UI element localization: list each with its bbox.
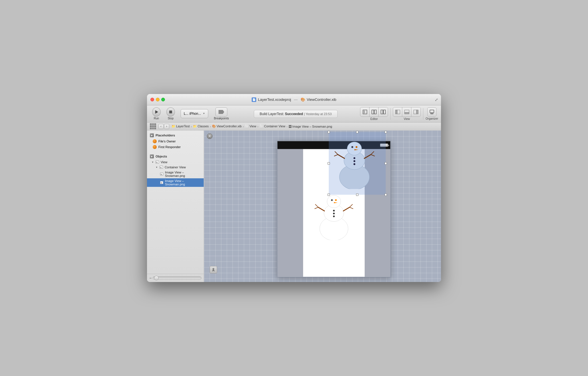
breakpoints-label: Breakpoints [214,117,229,120]
svg-point-34 [351,146,353,148]
maximize-button[interactable] [161,98,165,101]
titlebar: 📄 LayerTest.xcodeproj — 🎨 ViewController… [147,94,441,105]
editor-label: Editor [370,117,378,120]
svg-rect-7 [395,110,397,114]
show-navigator-btn[interactable] [393,107,402,117]
zoom-slider[interactable] [153,276,201,280]
minimize-button[interactable] [156,98,160,101]
scheme-selector[interactable]: L... iPhon... ▼ [178,108,211,120]
view-section: View [393,107,421,120]
iphone-left-column [277,149,303,277]
stop-label: Stop [168,117,174,120]
bc-sep-3: › [243,125,244,128]
bc-sep-4: › [257,125,258,128]
handle-bottom-right [385,194,387,196]
svg-point-38 [354,160,355,162]
project-icon: 📄 [252,97,256,102]
back-btn[interactable]: ‹ [158,124,164,129]
handle-bottom-middle [356,194,358,196]
image-view-2-item[interactable]: Image View – Snowman.png [147,178,204,187]
standard-editor-btn[interactable] [360,107,369,117]
close-button[interactable] [150,98,154,101]
svg-rect-1 [364,111,365,113]
build-status-box: Build LayerTest: Succeeded | Yesterday a… [254,110,338,118]
selected-image-view[interactable] [329,132,386,195]
svg-line-25 [318,207,324,211]
title-separator: — [294,97,298,102]
sidebar: ■ Placeholders File's Owner First Respon… [147,130,204,282]
first-responder-item[interactable]: First Responder [147,144,204,150]
zoom-thumb [154,276,159,280]
expand-icon[interactable]: ⤢ [435,97,438,102]
stop-button[interactable]: Stop [164,107,177,121]
snowman-2 [329,132,380,189]
svg-line-40 [338,155,344,159]
svg-line-28 [315,207,318,209]
breadcrumb-item-5[interactable]: ⬜Container View [260,124,285,128]
breadcrumb-item-6[interactable]: 🖼Image View – Snowman.png [289,125,332,128]
first-responder-icon [153,145,157,149]
breakpoints-icon [217,108,226,116]
breadcrumb-item-3[interactable]: 🎨ViewController.xib [212,124,242,128]
svg-rect-8 [397,110,400,114]
svg-point-18 [327,195,341,208]
run-button[interactable]: Run [150,107,163,121]
canvas-dismiss-btn[interactable]: ✕ [207,133,213,139]
svg-rect-2 [372,110,374,114]
stop-icon [166,108,175,116]
bc-sep-2: › [210,125,211,128]
forward-btn[interactable]: › [164,124,169,129]
canvas-area[interactable]: ✕ [204,130,441,282]
bc-sep-1: › [191,125,192,128]
svg-rect-6 [383,110,385,114]
svg-line-27 [315,205,318,207]
svg-point-23 [333,213,335,214]
organizer-section: Organizer [426,107,438,120]
svg-point-20 [335,199,337,201]
svg-point-19 [331,199,333,201]
version-editor-btn[interactable] [379,107,388,117]
breadcrumb-item-4[interactable]: ⬜View [245,124,256,128]
grid-nav-btn[interactable] [150,123,156,130]
svg-line-41 [364,155,371,159]
organizer-btn[interactable] [427,107,436,117]
files-owner-icon [153,139,157,143]
zoom-minus-icon[interactable]: − [149,276,152,280]
organizer-label: Organizer [426,117,438,120]
breadcrumb-item-2[interactable]: 📁Classes [193,124,209,128]
build-result: Succeeded [285,112,303,116]
handle-middle-right [385,162,387,165]
project-name: LayerTest.xcodeproj [258,97,291,102]
editor-icons [360,107,388,117]
container-view-icon [160,166,163,169]
view-triangle: ▼ [152,161,154,164]
xcode-window: 📄 LayerTest.xcodeproj — 🎨 ViewController… [147,94,441,282]
placeholders-header: ■ Placeholders [147,132,204,138]
handle-top-right [385,131,387,133]
breadcrumb: ‹ › 📁LayerTest › 📁Classes › 🎨ViewControl… [147,122,441,130]
handle-top-middle [356,131,358,133]
toolbar-divider-2 [423,108,423,120]
main-content: ■ Placeholders File's Owner First Respon… [147,130,441,282]
files-owner-item[interactable]: File's Owner [147,138,204,144]
traffic-lights [150,98,165,101]
tree-view-item[interactable]: ▼ View [147,160,204,165]
breadcrumb-item-1[interactable]: 📁LayerTest [172,124,190,128]
scheme-btn[interactable]: L... iPhon... ▼ [181,109,208,118]
objects-cube-icon: ■ [150,154,154,158]
scheme-chevron: ▼ [203,112,205,115]
files-owner-label: File's Owner [158,140,176,143]
image-view-2-label: Image View – Snowman.png [165,179,201,186]
file-name: ViewController.xib [307,97,336,102]
image-view-1-item[interactable]: Image View – Snowman.png [147,170,204,178]
placeholders-cube-icon: ■ [150,133,154,137]
titlebar-center: 📄 LayerTest.xcodeproj — 🎨 ViewController… [252,97,336,102]
canvas-anchor-btn[interactable] [210,266,217,273]
tree-container-view-item[interactable]: ▼ Container View [147,165,204,170]
svg-rect-13 [430,110,434,113]
show-debug-btn[interactable] [402,107,411,117]
show-utilities-btn[interactable] [411,107,420,117]
breakpoints-button[interactable]: Breakpoints [212,107,231,121]
svg-rect-11 [414,110,416,114]
assistant-editor-btn[interactable] [369,107,379,117]
